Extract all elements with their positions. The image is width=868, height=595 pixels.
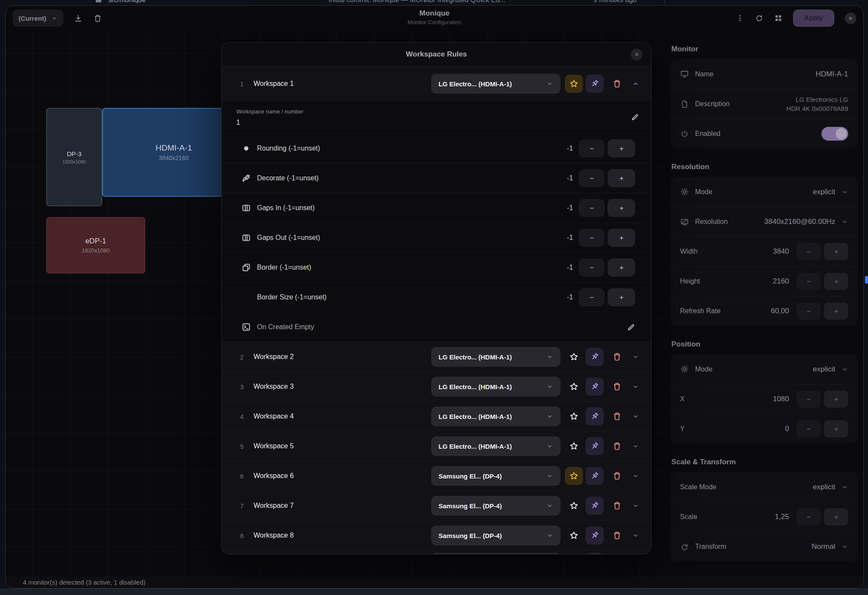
decrement-button[interactable]	[579, 288, 605, 306]
edit-pencil-icon[interactable]	[627, 323, 635, 331]
settings-dropdown[interactable]: 3840x2160@60.00Hz	[764, 217, 848, 226]
background-file-link[interactable]: src/monique	[108, 0, 146, 4]
trash-button[interactable]	[609, 526, 625, 545]
pin-button[interactable]	[586, 407, 604, 425]
monitor-box-edp-1[interactable]: eDP-11920x1080	[46, 217, 145, 274]
window-close-button[interactable]	[845, 13, 856, 24]
trash-button[interactable]	[609, 437, 625, 455]
expand-button[interactable]	[628, 497, 643, 515]
expand-button[interactable]	[628, 378, 643, 396]
brush-off-icon	[241, 173, 251, 183]
increment-button[interactable]	[608, 199, 635, 217]
decrement-button[interactable]	[579, 199, 605, 217]
star-button[interactable]	[565, 497, 583, 515]
trash-icon[interactable]	[93, 14, 102, 23]
star-button[interactable]	[565, 553, 583, 554]
monitor-select-dropdown[interactable]	[431, 553, 561, 554]
star-button[interactable]	[565, 407, 583, 425]
modal-close-button[interactable]	[631, 49, 642, 60]
decrement-button[interactable]	[796, 420, 821, 438]
download-icon[interactable]	[74, 14, 83, 23]
star-button[interactable]	[565, 467, 583, 485]
background-scrollbar-fragment[interactable]	[865, 276, 868, 283]
increment-button[interactable]	[608, 139, 635, 157]
monitor-box-dp-3[interactable]: DP-31920x1080	[46, 108, 102, 206]
settings-dropdown[interactable]: explicit	[813, 483, 848, 491]
kebab-menu-icon[interactable]	[736, 14, 744, 22]
enabled-toggle[interactable]	[821, 127, 848, 141]
star-button[interactable]	[565, 526, 583, 545]
workspace-list: 1Workspace 1LG Electro... (HDMI-A-1)Work…	[222, 66, 651, 554]
increment-button[interactable]	[608, 169, 635, 187]
trash-button[interactable]	[609, 75, 625, 93]
trash-button[interactable]	[609, 407, 625, 425]
star-button[interactable]	[565, 75, 583, 93]
pin-button[interactable]	[586, 378, 604, 396]
monitor-select-dropdown[interactable]: LG Electro... (HDMI-A-1)	[431, 406, 561, 426]
settings-dropdown[interactable]: Normal	[812, 542, 848, 551]
setting-label: Border Size (-1=unset)	[257, 293, 326, 301]
expand-button[interactable]	[628, 526, 643, 545]
settings-row: Y0	[671, 414, 858, 444]
expand-button[interactable]	[628, 553, 643, 554]
settings-dropdown[interactable]: explicit	[813, 188, 848, 196]
monitor-select-dropdown[interactable]: LG Electro... (HDMI-A-1)	[431, 347, 561, 367]
decrement-button[interactable]	[579, 139, 605, 157]
increment-button[interactable]	[824, 302, 848, 320]
workspace-name-field[interactable]: Workspace name / number1	[236, 108, 304, 126]
trash-button[interactable]	[609, 497, 625, 515]
monitor-select-dropdown[interactable]: Samsung El... (DP-4)	[431, 466, 561, 486]
folder-icon	[95, 0, 102, 4]
increment-button[interactable]	[608, 258, 635, 277]
decrement-button[interactable]	[796, 243, 821, 260]
settings-label: Refresh Rate	[680, 307, 721, 315]
star-button[interactable]	[565, 378, 583, 396]
apply-button[interactable]: Apply	[793, 9, 834, 27]
decrement-button[interactable]	[796, 508, 821, 526]
monitor-select-dropdown[interactable]: LG Electro... (HDMI-A-1)	[431, 436, 561, 456]
increment-button[interactable]	[608, 229, 635, 247]
refresh-icon[interactable]	[755, 14, 764, 23]
expand-button[interactable]	[628, 467, 643, 485]
increment-button[interactable]	[824, 243, 848, 260]
grid-icon[interactable]	[774, 14, 783, 22]
settings-dropdown[interactable]: explicit	[813, 365, 848, 374]
edit-pencil-icon[interactable]	[631, 113, 639, 121]
pin-button[interactable]	[586, 497, 604, 515]
expand-button[interactable]	[628, 75, 643, 93]
decrement-button[interactable]	[579, 229, 605, 247]
pin-button[interactable]	[586, 467, 604, 485]
trash-button[interactable]	[609, 467, 625, 485]
monitor-select-dropdown[interactable]: LG Electro... (HDMI-A-1)	[431, 74, 561, 94]
star-button[interactable]	[565, 437, 583, 455]
increment-button[interactable]	[824, 508, 848, 526]
decrement-button[interactable]	[579, 169, 605, 187]
trash-button[interactable]	[609, 378, 625, 396]
increment-button[interactable]	[608, 288, 635, 306]
settings-row: Resolution3840x2160@60.00Hz	[671, 207, 858, 236]
decrement-button[interactable]	[579, 258, 605, 277]
trash-button[interactable]	[609, 553, 625, 554]
increment-button[interactable]	[824, 273, 848, 290]
pin-button[interactable]	[586, 75, 604, 93]
increment-button[interactable]	[824, 420, 848, 438]
trash-button[interactable]	[609, 348, 625, 366]
expand-button[interactable]	[628, 348, 643, 366]
profile-selector[interactable]: (Current)	[13, 9, 63, 27]
increment-button[interactable]	[824, 390, 848, 408]
star-button[interactable]	[565, 348, 583, 366]
decrement-button[interactable]	[796, 302, 821, 320]
expand-button[interactable]	[628, 437, 643, 455]
pin-button[interactable]	[586, 348, 604, 366]
decrement-button[interactable]	[796, 273, 821, 290]
decrement-button[interactable]	[796, 390, 821, 408]
pin-button[interactable]	[586, 526, 604, 545]
pin-button[interactable]	[586, 553, 604, 554]
settings-value: 2160	[773, 277, 789, 286]
monitor-select-dropdown[interactable]: Samsung El... (DP-4)	[431, 496, 561, 516]
monitor-select-dropdown[interactable]: Samsung El... (DP-4)	[431, 526, 561, 545]
background-commit-message[interactable]: Initial commit: Monique — MONitor Integr…	[329, 0, 505, 4]
monitor-select-dropdown[interactable]: LG Electro... (HDMI-A-1)	[431, 377, 561, 397]
expand-button[interactable]	[628, 407, 643, 425]
pin-button[interactable]	[586, 437, 604, 455]
